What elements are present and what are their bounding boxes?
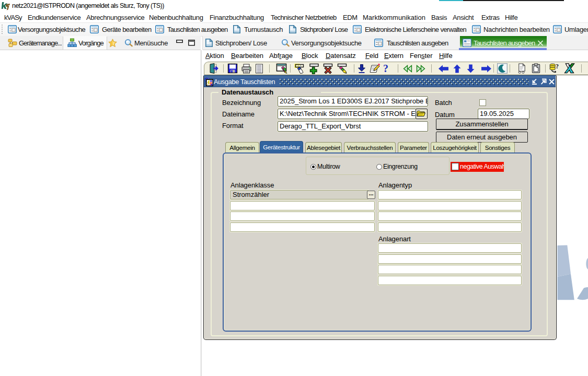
svg-text:?: ?	[556, 63, 559, 69]
